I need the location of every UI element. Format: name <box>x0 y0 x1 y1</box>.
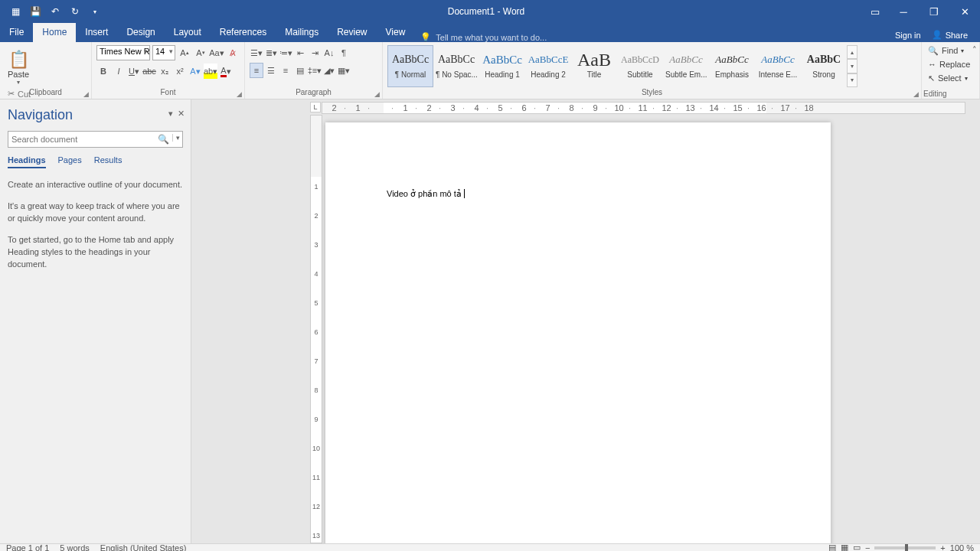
clipboard-launcher[interactable]: ◢ <box>82 90 90 98</box>
find-button[interactable]: 🔍Find ▾ <box>926 44 975 57</box>
zoom-out-button[interactable]: − <box>865 543 870 552</box>
nav-close-button[interactable]: ✕ <box>178 109 185 119</box>
text-effects-button[interactable]: A▾ <box>188 64 202 79</box>
save-icon[interactable]: 💾 <box>28 4 43 19</box>
multilevel-button[interactable]: ≔▾ <box>279 45 292 60</box>
change-case-button[interactable]: Aa▾ <box>210 45 224 60</box>
style-heading-2[interactable]: AaBbCcEHeading 2 <box>525 45 571 87</box>
tab-file[interactable]: File <box>0 23 33 42</box>
shading-button[interactable]: ◢▾ <box>322 63 336 78</box>
italic-button[interactable]: I <box>112 64 126 79</box>
superscript-button[interactable]: x² <box>173 64 187 79</box>
view-print-layout[interactable]: ▦ <box>841 543 848 551</box>
justify-button[interactable]: ▤ <box>293 63 307 78</box>
ribbon-display-icon[interactable]: ▭ <box>862 0 888 23</box>
word-icon: ▦ <box>8 4 23 19</box>
undo-icon[interactable]: ↶ <box>47 4 63 19</box>
styles-up[interactable]: ▴ <box>847 45 858 59</box>
maximize-button[interactable]: ❐ <box>919 0 949 23</box>
tab-selector[interactable]: L <box>310 102 321 112</box>
close-button[interactable]: ✕ <box>949 0 980 23</box>
vertical-ruler[interactable]: 1234567891011121314 <box>310 115 322 543</box>
tab-insert[interactable]: Insert <box>76 23 117 42</box>
zoom-slider[interactable] <box>874 546 936 549</box>
style-subtitle[interactable]: AaBbCcDSubtitle <box>617 45 663 87</box>
paste-button[interactable]: Paste <box>5 70 32 79</box>
bullets-button[interactable]: ☰▾ <box>250 45 263 60</box>
nav-tab-pages[interactable]: Pages <box>58 155 82 168</box>
nav-tab-headings[interactable]: Headings <box>8 155 46 168</box>
nav-hint-1: Create an interactive outline of your do… <box>8 179 183 191</box>
style---normal[interactable]: AaBbCc¶ Normal <box>387 45 433 87</box>
style-title[interactable]: AaBTitle <box>571 45 617 87</box>
group-label-paragraph: Paragraph <box>245 88 382 99</box>
nav-hint-2: It's a great way to keep track of where … <box>8 201 183 225</box>
style-emphasis[interactable]: AaBbCcEmphasis <box>709 45 755 87</box>
nav-search-input[interactable] <box>8 131 183 148</box>
decrease-indent-button[interactable]: ⇤ <box>293 45 307 60</box>
status-language[interactable]: English (United States) <box>100 543 187 552</box>
nav-search-dropdown[interactable]: ▾ <box>172 134 180 142</box>
minimize-button[interactable]: ─ <box>888 0 919 23</box>
clear-formatting-button[interactable]: A̷ <box>226 45 240 60</box>
subscript-button[interactable]: x₂ <box>158 64 172 79</box>
view-web-layout[interactable]: ▭ <box>853 543 861 551</box>
style-subtle-em---[interactable]: AaBbCcSubtle Em... <box>663 45 709 87</box>
tab-review[interactable]: Review <box>328 23 376 42</box>
grow-font-button[interactable]: A▴ <box>178 45 191 60</box>
styles-launcher[interactable]: ◢ <box>912 90 920 98</box>
tell-me-search[interactable]: 💡Tell me what you want to do... <box>414 32 895 42</box>
paragraph-launcher[interactable]: ◢ <box>373 90 381 98</box>
share-button[interactable]: 👤Share <box>927 28 972 42</box>
zoom-in-button[interactable]: + <box>940 543 945 552</box>
font-size-combo[interactable]: 14 <box>152 45 175 60</box>
shrink-font-button[interactable]: A▾ <box>194 45 207 60</box>
share-label: Share <box>946 31 968 40</box>
styles-more[interactable]: ▾ <box>847 73 858 87</box>
borders-button[interactable]: ▦▾ <box>337 63 351 78</box>
document-page[interactable]: Video ở phần mô tả <box>325 122 831 551</box>
style-heading-1[interactable]: AaBbCcHeading 1 <box>479 45 525 87</box>
sign-in-link[interactable]: Sign in <box>895 31 921 40</box>
nav-tab-results[interactable]: Results <box>94 155 122 168</box>
tab-mailings[interactable]: Mailings <box>276 23 328 42</box>
collapse-ribbon-button[interactable]: ˄ <box>969 42 980 99</box>
tab-references[interactable]: References <box>211 23 276 42</box>
line-spacing-button[interactable]: ‡≡▾ <box>308 63 322 78</box>
style-intense-e---[interactable]: AaBbCcIntense E... <box>755 45 801 87</box>
tab-design[interactable]: Design <box>117 23 164 42</box>
font-launcher[interactable]: ◢ <box>235 90 243 98</box>
tab-view[interactable]: View <box>377 23 415 42</box>
align-center-button[interactable]: ☰ <box>264 63 278 78</box>
view-read-mode[interactable]: ▤ <box>828 543 836 551</box>
zoom-level[interactable]: 100 % <box>950 543 974 552</box>
numbering-button[interactable]: ≣▾ <box>264 45 278 60</box>
font-color-button[interactable]: A▾ <box>219 64 233 79</box>
style-gallery[interactable]: AaBbCc¶ NormalAaBbCc¶ No Spac...AaBbCcHe… <box>387 45 916 87</box>
replace-button[interactable]: ↔Replace <box>926 57 975 71</box>
style---no-spac---[interactable]: AaBbCc¶ No Spac... <box>433 45 479 87</box>
redo-icon[interactable]: ↻ <box>67 4 83 19</box>
styles-down[interactable]: ▾ <box>847 59 858 73</box>
font-name-combo[interactable]: Times New Ro <box>96 45 150 60</box>
tab-home[interactable]: Home <box>33 23 76 42</box>
strikethrough-button[interactable]: abc <box>142 64 156 79</box>
status-words[interactable]: 5 words <box>60 543 90 552</box>
search-icon[interactable]: 🔍 <box>158 134 169 145</box>
sort-button[interactable]: A↓ <box>322 45 336 60</box>
paste-icon[interactable]: 📋 <box>5 50 32 70</box>
align-right-button[interactable]: ≡ <box>279 63 292 78</box>
align-left-button[interactable]: ≡ <box>250 63 263 78</box>
bold-button[interactable]: B <box>96 64 110 79</box>
horizontal-ruler[interactable]: 21123456789101112131415161718 <box>322 102 965 114</box>
qat-customize[interactable]: ▾ <box>87 4 103 19</box>
style-strong[interactable]: AaBbCStrong <box>801 45 847 87</box>
underline-button[interactable]: U▾ <box>127 64 141 79</box>
select-button[interactable]: ↖Select ▾ <box>926 71 975 85</box>
highlight-button[interactable]: ab▾ <box>204 64 217 79</box>
status-page[interactable]: Page 1 of 1 <box>6 543 49 552</box>
show-marks-button[interactable]: ¶ <box>337 45 351 60</box>
tab-layout[interactable]: Layout <box>165 23 211 42</box>
nav-menu-button[interactable]: ▾ <box>168 109 173 119</box>
increase-indent-button[interactable]: ⇥ <box>308 45 322 60</box>
